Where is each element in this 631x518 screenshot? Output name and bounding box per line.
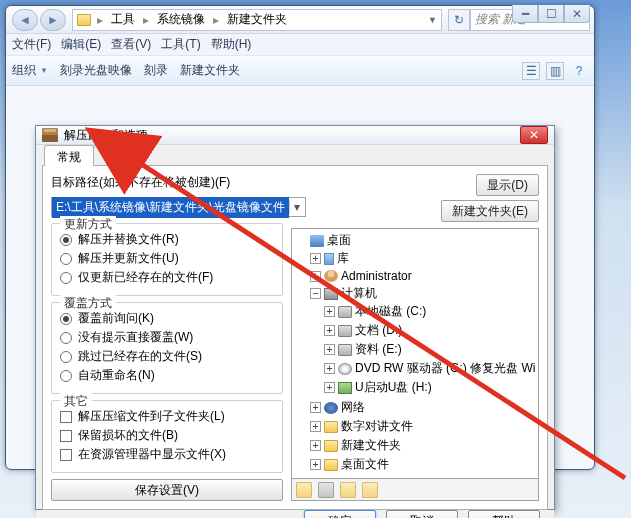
folder-icon[interactable] xyxy=(296,482,312,498)
expand-toggle[interactable]: + xyxy=(310,271,321,282)
address-bar[interactable]: ▸ 工具 ▸ 系统镜像 ▸ 新建文件夹 ▼ xyxy=(72,9,442,31)
group-update-mode: 更新方式 解压并替换文件(R) 解压并更新文件(U) 仅更新已经存在的文件(F) xyxy=(51,223,283,296)
menu-file[interactable]: 文件(F) xyxy=(12,36,51,53)
dialog-title: 解压路径和选项 xyxy=(64,127,148,144)
path-label: 目标路径(如果不存在将被创建)(F) xyxy=(51,174,283,191)
collapse-toggle[interactable]: − xyxy=(310,288,321,299)
dialog-button-row: 确定 取消 帮助 xyxy=(36,510,554,518)
breadcrumb-item[interactable]: 新建文件夹 xyxy=(225,11,289,28)
tab-panel-general: 目标路径(如果不存在将被创建)(F) E:\工具\系统镜像\新建文件夹\光盘镜像… xyxy=(42,165,548,510)
folder-icon xyxy=(324,440,338,452)
desktop-icon xyxy=(310,235,324,247)
expand-toggle[interactable]: + xyxy=(310,253,321,264)
new-folder-button[interactable]: 新建文件夹 xyxy=(180,62,240,79)
tree-toolbar xyxy=(291,479,539,501)
menu-edit[interactable]: 编辑(E) xyxy=(61,36,101,53)
menu-bar: 文件(F) 编辑(E) 查看(V) 工具(T) 帮助(H) xyxy=(6,34,594,56)
group-overwrite-mode: 覆盖方式 覆盖前询问(K) 没有提示直接覆盖(W) 跳过已经存在的文件(S) 自… xyxy=(51,302,283,394)
usb-icon xyxy=(338,382,352,394)
close-button[interactable]: ✕ xyxy=(564,5,590,23)
organize-button[interactable]: 组织▼ xyxy=(12,62,48,79)
burn-button[interactable]: 刻录 xyxy=(144,62,168,79)
tab-general[interactable]: 常规 xyxy=(44,145,94,166)
command-bar: 组织▼ 刻录光盘映像 刻录 新建文件夹 ☰ ▥ ? xyxy=(6,56,594,86)
tab-strip: 常规 高级 xyxy=(36,145,554,166)
help-icon[interactable]: ? xyxy=(570,62,588,80)
radio-extract-update[interactable]: 解压并更新文件(U) xyxy=(60,249,274,268)
radio-freshen-existing[interactable]: 仅更新已经存在的文件(F) xyxy=(60,268,274,287)
extract-dialog: 解压路径和选项 ✕ 常规 高级 目标路径(如果不存在将被创建)(F) E:\工具… xyxy=(35,125,555,510)
computer-icon xyxy=(324,288,338,300)
view-switch-button[interactable]: ☰ xyxy=(522,62,540,80)
radio-overwrite-no-prompt[interactable]: 没有提示直接覆盖(W) xyxy=(60,328,274,347)
dialog-close-button[interactable]: ✕ xyxy=(520,126,548,144)
menu-help[interactable]: 帮助(H) xyxy=(211,36,252,53)
ok-button[interactable]: 确定 xyxy=(304,510,376,518)
chk-subfolder[interactable]: 解压压缩文件到子文件夹(L) xyxy=(60,407,274,426)
network-icon xyxy=(324,402,338,414)
new-folder-button-dlg[interactable]: 新建文件夹(E) xyxy=(441,200,539,222)
nav-back-button[interactable]: ◄ xyxy=(12,9,38,31)
explorer-titlebar: ◄ ► ▸ 工具 ▸ 系统镜像 ▸ 新建文件夹 ▼ ↻ 搜索 新建... ━ ☐… xyxy=(6,6,594,34)
maximize-button[interactable]: ☐ xyxy=(538,5,564,23)
drive-icon[interactable] xyxy=(318,482,334,498)
destination-path-value: E:\工具\系统镜像\新建文件夹\光盘镜像文件 xyxy=(52,197,289,218)
tab-advanced[interactable]: 高级 xyxy=(93,145,143,166)
folder-icon xyxy=(324,459,338,471)
refresh-button[interactable]: ↻ xyxy=(448,9,470,31)
help-button[interactable]: 帮助 xyxy=(468,510,540,518)
radio-auto-rename[interactable]: 自动重命名(N) xyxy=(60,366,274,385)
menu-tools[interactable]: 工具(T) xyxy=(161,36,200,53)
dialog-titlebar[interactable]: 解压路径和选项 ✕ xyxy=(36,126,554,145)
menu-view[interactable]: 查看(V) xyxy=(111,36,151,53)
group-misc: 其它 解压压缩文件到子文件夹(L) 保留损坏的文件(B) 在资源管理器中显示文件… xyxy=(51,400,283,473)
nav-forward-button[interactable]: ► xyxy=(40,9,66,31)
library-icon xyxy=(324,253,334,265)
folder-icon[interactable] xyxy=(362,482,378,498)
minimize-button[interactable]: ━ xyxy=(512,5,538,23)
drive-icon xyxy=(338,325,352,337)
burn-image-button[interactable]: 刻录光盘映像 xyxy=(60,62,132,79)
folder-icon xyxy=(77,14,91,26)
breadcrumb-item[interactable]: 系统镜像 xyxy=(155,11,207,28)
folder-icon[interactable] xyxy=(340,482,356,498)
drive-icon xyxy=(338,344,352,356)
chk-show-in-explorer[interactable]: 在资源管理器中显示文件(X) xyxy=(60,445,274,464)
radio-skip-existing[interactable]: 跳过已经存在的文件(S) xyxy=(60,347,274,366)
save-settings-button[interactable]: 保存设置(V) xyxy=(51,479,283,501)
winrar-icon xyxy=(42,128,58,142)
drive-icon xyxy=(338,306,352,318)
folder-icon xyxy=(324,421,338,433)
breadcrumb-item[interactable]: 工具 xyxy=(109,11,137,28)
folder-tree[interactable]: 桌面 +库 +Administrator −计算机 +本地磁盘 (C:) +文档… xyxy=(291,228,539,479)
display-button[interactable]: 显示(D) xyxy=(476,174,539,196)
cancel-button[interactable]: 取消 xyxy=(386,510,458,518)
destination-path-combo[interactable]: E:\工具\系统镜像\新建文件夹\光盘镜像文件 ▾ xyxy=(51,197,306,217)
user-icon xyxy=(324,270,338,282)
preview-pane-button[interactable]: ▥ xyxy=(546,62,564,80)
chk-keep-broken[interactable]: 保留损坏的文件(B) xyxy=(60,426,274,445)
dvd-icon xyxy=(338,363,352,375)
